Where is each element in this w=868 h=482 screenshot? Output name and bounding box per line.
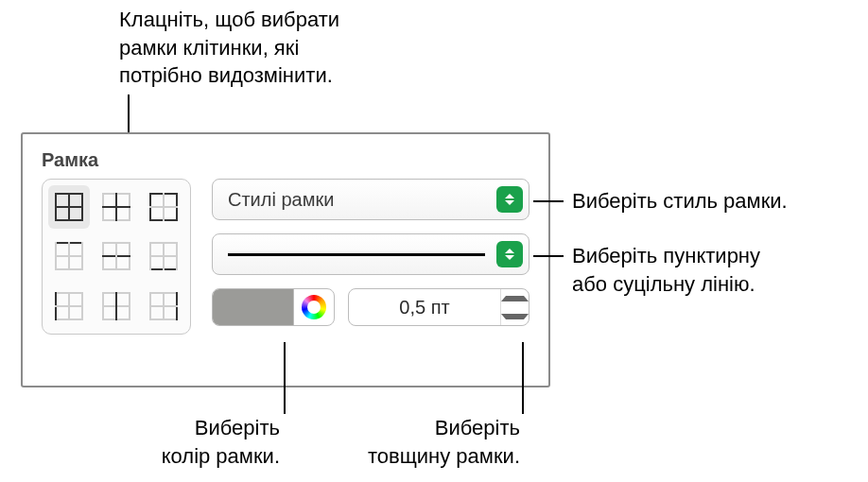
color-picker-button[interactable]: [294, 289, 334, 325]
border-option-hmiddle[interactable]: [95, 234, 137, 278]
color-swatch: [213, 289, 293, 325]
border-vmiddle-icon: [102, 292, 130, 320]
controls-column: Стилі рамки: [212, 179, 529, 335]
border-option-inner[interactable]: [95, 185, 137, 229]
callout-line: [533, 200, 564, 202]
border-thickness-stepper[interactable]: 0,5 пт: [348, 288, 529, 326]
chevron-updown-icon: [496, 186, 523, 213]
border-all-icon: [55, 193, 83, 221]
callout-border-grid: Клацніть, щоб вибрати рамки клітинки, як…: [119, 6, 339, 90]
callout-color: Виберіть колір рамки.: [138, 414, 280, 470]
border-hmiddle-icon: [102, 242, 130, 270]
stepper-buttons: [500, 289, 529, 325]
border-inner-icon: [102, 193, 130, 221]
border-option-outer[interactable]: [143, 185, 184, 229]
callout-line: [533, 255, 564, 257]
border-color-well[interactable]: [212, 288, 335, 326]
color-thickness-row: 0,5 пт: [212, 288, 529, 326]
border-panel: Рамка: [21, 132, 550, 387]
border-outer-icon: [149, 193, 178, 221]
thickness-value: 0,5 пт: [349, 297, 500, 318]
border-selection-grid: [42, 179, 191, 335]
color-wheel-icon: [302, 295, 326, 319]
border-option-all[interactable]: [48, 185, 90, 229]
border-left-icon: [55, 292, 83, 320]
callout-border-style: Виберіть стиль рамки.: [572, 187, 788, 215]
border-style-label: Стилі рамки: [228, 189, 334, 211]
border-style-dropdown[interactable]: Стилі рамки: [212, 179, 529, 220]
border-option-top[interactable]: [48, 234, 90, 278]
callout-line: [522, 342, 524, 414]
border-option-right[interactable]: [143, 284, 184, 328]
line-style-dropdown[interactable]: [212, 233, 529, 275]
border-option-vmiddle[interactable]: [95, 284, 137, 328]
callout-thickness: Виберіть товщину рамки.: [350, 414, 520, 470]
border-top-icon: [55, 242, 83, 270]
border-option-bottom[interactable]: [143, 234, 184, 278]
border-bottom-icon: [149, 242, 178, 270]
border-option-left[interactable]: [48, 284, 90, 328]
chevron-updown-icon: [496, 241, 523, 267]
stepper-up[interactable]: [501, 289, 529, 307]
stepper-down[interactable]: [501, 307, 529, 325]
panel-body: Стилі рамки: [42, 179, 529, 335]
line-preview-icon: [228, 253, 485, 256]
callout-line: [284, 342, 286, 414]
callout-line-style: Виберіть пунктирну або суцільну лінію.: [572, 242, 760, 298]
panel-title: Рамка: [42, 149, 529, 171]
border-right-icon: [149, 292, 178, 320]
